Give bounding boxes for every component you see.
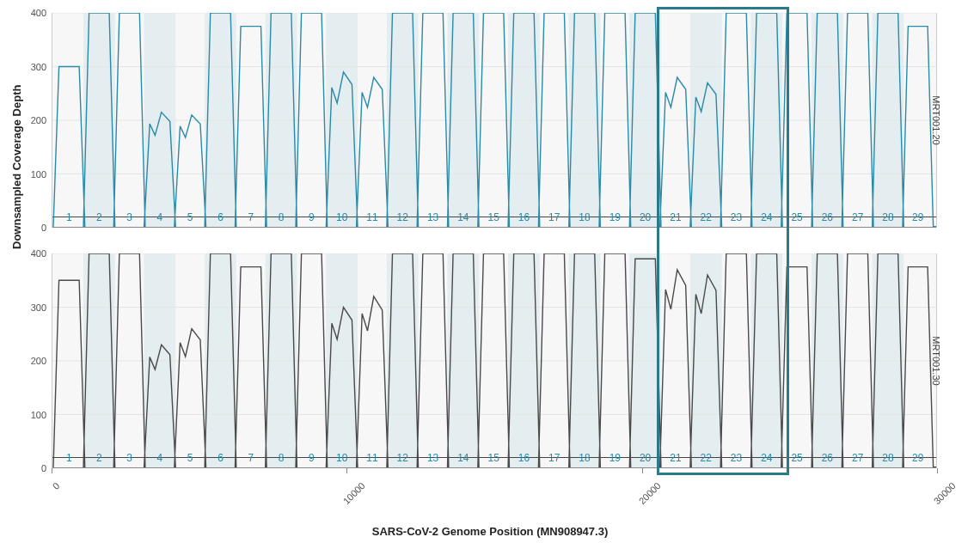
amplicon-label: 25: [791, 452, 803, 464]
amplicon-label: 18: [579, 211, 591, 223]
amplicon-label: 9: [309, 452, 315, 464]
amplicon-label: 6: [217, 211, 224, 223]
panel-strip-label: MRT001.20: [930, 95, 940, 144]
amplicon-label: 19: [609, 211, 622, 223]
amplicon-label: 10: [336, 452, 348, 464]
amplicon-label: 3: [126, 452, 132, 464]
x-axis-label: SARS-CoV-2 Genome Position (MN908947.3): [372, 525, 609, 538]
amplicon-label: 24: [761, 452, 773, 464]
amplicon-label: 2: [96, 211, 102, 223]
amplicon-label: 2: [96, 452, 102, 464]
amplicon-label: 17: [548, 211, 560, 223]
coverage-panel-1: 1234567891011121314151617181920212223242…: [52, 13, 937, 228]
amplicon-label: 3: [126, 211, 132, 223]
amplicon-label: 23: [731, 452, 743, 464]
amplicon-label: 16: [518, 452, 530, 464]
amplicon-label: 1: [66, 211, 72, 223]
y-tick-label: 200: [31, 115, 46, 125]
amplicon-label: 12: [397, 452, 409, 464]
amplicon-label: 10: [336, 211, 348, 223]
amplicon-label: 8: [279, 211, 285, 223]
amplicon-label: 17: [548, 452, 560, 464]
y-tick-label: 400: [31, 8, 46, 18]
y-tick-label: 0: [41, 223, 46, 233]
chart-area: 1234567891011121314151617181920212223242…: [52, 13, 937, 485]
y-tick-label: 300: [31, 302, 46, 313]
amplicon-label: 11: [366, 211, 378, 223]
amplicon-label: 25: [791, 211, 803, 223]
amplicon-label: 28: [882, 211, 894, 223]
amplicon-label: 11: [366, 452, 378, 464]
amplicon-label: 6: [217, 452, 224, 464]
amplicon-label: 15: [487, 211, 499, 223]
amplicon-label: 20: [640, 211, 652, 223]
amplicon-label: 21: [670, 452, 682, 464]
amplicon-label: 28: [882, 452, 894, 464]
amplicon-label: 27: [852, 211, 864, 223]
amplicon-label: 4: [157, 452, 163, 464]
amplicon-label: 16: [518, 211, 530, 223]
amplicon-label: 19: [609, 452, 622, 464]
amplicon-label: 18: [579, 452, 591, 464]
x-tick: [346, 468, 347, 473]
amplicon-label: 29: [912, 452, 924, 464]
amplicon-label: 5: [187, 452, 193, 464]
amplicon-label: 13: [427, 452, 439, 464]
amplicon-label: 8: [279, 452, 285, 464]
y-tick-label: 400: [31, 248, 46, 259]
amplicon-label: 27: [852, 452, 864, 464]
amplicon-label: 21: [670, 211, 682, 223]
amplicon-label: 7: [248, 211, 254, 223]
amplicon-label: 26: [822, 211, 834, 223]
amplicon-label: 29: [912, 211, 924, 223]
amplicon-label: 5: [187, 211, 193, 223]
panel-strip-label: MRT001.30: [930, 336, 940, 385]
x-tick: [642, 468, 643, 473]
y-axis-label: Downsampled Coverage Depth: [10, 85, 23, 249]
amplicon-label: 1: [66, 452, 72, 464]
amplicon-label: 13: [427, 211, 439, 223]
y-tick-label: 300: [31, 62, 46, 72]
amplicon-label: 24: [761, 211, 773, 223]
y-tick-label: 100: [31, 169, 46, 180]
y-tick-label: 0: [41, 463, 46, 473]
amplicon-label: 15: [487, 452, 499, 464]
amplicon-label: 14: [457, 211, 469, 223]
amplicon-label: 14: [457, 452, 469, 464]
amplicon-label: 22: [701, 211, 713, 223]
amplicon-label: 26: [822, 452, 834, 464]
x-tick: [52, 468, 52, 473]
amplicon-label: 4: [157, 211, 163, 223]
coverage-panel-2: 1234567891011121314151617181920212223242…: [52, 253, 937, 468]
y-tick-label: 100: [31, 410, 46, 420]
amplicon-label: 22: [701, 452, 713, 464]
y-tick-label: 200: [31, 356, 46, 366]
amplicon-label: 23: [731, 211, 743, 223]
amplicon-label: 9: [309, 211, 315, 223]
x-tick: [937, 468, 938, 473]
amplicon-label: 7: [248, 452, 254, 464]
amplicon-label: 20: [640, 452, 652, 464]
amplicon-label: 12: [397, 211, 409, 223]
